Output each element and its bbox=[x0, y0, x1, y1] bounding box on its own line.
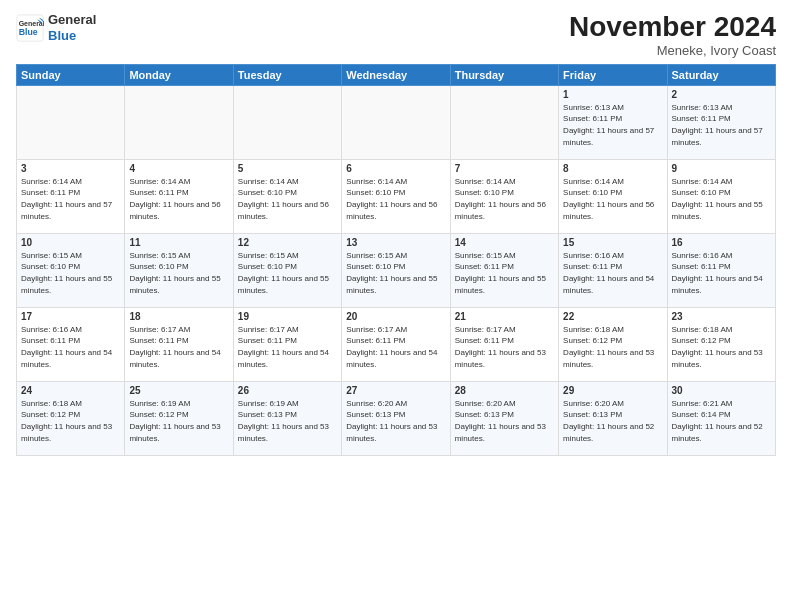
day-info: Sunrise: 6:20 AM Sunset: 6:13 PM Dayligh… bbox=[346, 398, 445, 444]
day-number: 29 bbox=[563, 385, 662, 396]
header-wednesday: Wednesday bbox=[342, 64, 450, 85]
title-block: November 2024 Meneke, Ivory Coast bbox=[569, 12, 776, 58]
calendar-cell bbox=[342, 85, 450, 159]
day-info: Sunrise: 6:14 AM Sunset: 6:10 PM Dayligh… bbox=[672, 176, 771, 222]
day-number: 19 bbox=[238, 311, 337, 322]
header-row: Sunday Monday Tuesday Wednesday Thursday… bbox=[17, 64, 776, 85]
day-info: Sunrise: 6:17 AM Sunset: 6:11 PM Dayligh… bbox=[346, 324, 445, 370]
calendar-cell: 4Sunrise: 6:14 AM Sunset: 6:11 PM Daylig… bbox=[125, 159, 233, 233]
calendar-cell: 1Sunrise: 6:13 AM Sunset: 6:11 PM Daylig… bbox=[559, 85, 667, 159]
calendar-week-2: 3Sunrise: 6:14 AM Sunset: 6:11 PM Daylig… bbox=[17, 159, 776, 233]
header-tuesday: Tuesday bbox=[233, 64, 341, 85]
logo-general: General bbox=[48, 12, 96, 28]
day-number: 24 bbox=[21, 385, 120, 396]
logo-icon: General Blue bbox=[16, 14, 44, 42]
day-number: 4 bbox=[129, 163, 228, 174]
day-info: Sunrise: 6:18 AM Sunset: 6:12 PM Dayligh… bbox=[672, 324, 771, 370]
location-subtitle: Meneke, Ivory Coast bbox=[569, 43, 776, 58]
calendar-cell: 17Sunrise: 6:16 AM Sunset: 6:11 PM Dayli… bbox=[17, 307, 125, 381]
svg-text:Blue: Blue bbox=[19, 27, 38, 37]
calendar-cell: 11Sunrise: 6:15 AM Sunset: 6:10 PM Dayli… bbox=[125, 233, 233, 307]
calendar-cell: 19Sunrise: 6:17 AM Sunset: 6:11 PM Dayli… bbox=[233, 307, 341, 381]
calendar-cell: 30Sunrise: 6:21 AM Sunset: 6:14 PM Dayli… bbox=[667, 381, 775, 455]
day-info: Sunrise: 6:14 AM Sunset: 6:11 PM Dayligh… bbox=[21, 176, 120, 222]
logo-blue: Blue bbox=[48, 28, 96, 44]
calendar-week-1: 1Sunrise: 6:13 AM Sunset: 6:11 PM Daylig… bbox=[17, 85, 776, 159]
calendar-cell: 13Sunrise: 6:15 AM Sunset: 6:10 PM Dayli… bbox=[342, 233, 450, 307]
day-info: Sunrise: 6:15 AM Sunset: 6:10 PM Dayligh… bbox=[238, 250, 337, 296]
day-number: 3 bbox=[21, 163, 120, 174]
day-number: 23 bbox=[672, 311, 771, 322]
calendar-cell: 14Sunrise: 6:15 AM Sunset: 6:11 PM Dayli… bbox=[450, 233, 558, 307]
day-info: Sunrise: 6:16 AM Sunset: 6:11 PM Dayligh… bbox=[21, 324, 120, 370]
calendar-cell: 10Sunrise: 6:15 AM Sunset: 6:10 PM Dayli… bbox=[17, 233, 125, 307]
calendar-week-5: 24Sunrise: 6:18 AM Sunset: 6:12 PM Dayli… bbox=[17, 381, 776, 455]
day-number: 15 bbox=[563, 237, 662, 248]
calendar-cell: 18Sunrise: 6:17 AM Sunset: 6:11 PM Dayli… bbox=[125, 307, 233, 381]
day-info: Sunrise: 6:21 AM Sunset: 6:14 PM Dayligh… bbox=[672, 398, 771, 444]
calendar-cell bbox=[450, 85, 558, 159]
day-number: 17 bbox=[21, 311, 120, 322]
day-info: Sunrise: 6:17 AM Sunset: 6:11 PM Dayligh… bbox=[129, 324, 228, 370]
calendar-cell: 16Sunrise: 6:16 AM Sunset: 6:11 PM Dayli… bbox=[667, 233, 775, 307]
calendar-cell: 7Sunrise: 6:14 AM Sunset: 6:10 PM Daylig… bbox=[450, 159, 558, 233]
day-number: 14 bbox=[455, 237, 554, 248]
calendar-cell: 3Sunrise: 6:14 AM Sunset: 6:11 PM Daylig… bbox=[17, 159, 125, 233]
day-info: Sunrise: 6:16 AM Sunset: 6:11 PM Dayligh… bbox=[563, 250, 662, 296]
day-info: Sunrise: 6:13 AM Sunset: 6:11 PM Dayligh… bbox=[672, 102, 771, 148]
calendar-cell: 20Sunrise: 6:17 AM Sunset: 6:11 PM Dayli… bbox=[342, 307, 450, 381]
calendar-week-3: 10Sunrise: 6:15 AM Sunset: 6:10 PM Dayli… bbox=[17, 233, 776, 307]
page: General Blue General Blue November 2024 … bbox=[0, 0, 792, 612]
day-number: 20 bbox=[346, 311, 445, 322]
day-number: 28 bbox=[455, 385, 554, 396]
day-number: 13 bbox=[346, 237, 445, 248]
calendar-header: Sunday Monday Tuesday Wednesday Thursday… bbox=[17, 64, 776, 85]
calendar-cell: 24Sunrise: 6:18 AM Sunset: 6:12 PM Dayli… bbox=[17, 381, 125, 455]
day-info: Sunrise: 6:14 AM Sunset: 6:11 PM Dayligh… bbox=[129, 176, 228, 222]
day-info: Sunrise: 6:15 AM Sunset: 6:11 PM Dayligh… bbox=[455, 250, 554, 296]
day-info: Sunrise: 6:17 AM Sunset: 6:11 PM Dayligh… bbox=[455, 324, 554, 370]
calendar-cell: 23Sunrise: 6:18 AM Sunset: 6:12 PM Dayli… bbox=[667, 307, 775, 381]
logo: General Blue General Blue bbox=[16, 12, 96, 43]
calendar-cell: 28Sunrise: 6:20 AM Sunset: 6:13 PM Dayli… bbox=[450, 381, 558, 455]
day-number: 1 bbox=[563, 89, 662, 100]
calendar-cell: 22Sunrise: 6:18 AM Sunset: 6:12 PM Dayli… bbox=[559, 307, 667, 381]
day-number: 8 bbox=[563, 163, 662, 174]
day-info: Sunrise: 6:13 AM Sunset: 6:11 PM Dayligh… bbox=[563, 102, 662, 148]
calendar-cell: 15Sunrise: 6:16 AM Sunset: 6:11 PM Dayli… bbox=[559, 233, 667, 307]
header-thursday: Thursday bbox=[450, 64, 558, 85]
day-number: 7 bbox=[455, 163, 554, 174]
day-info: Sunrise: 6:14 AM Sunset: 6:10 PM Dayligh… bbox=[238, 176, 337, 222]
day-info: Sunrise: 6:20 AM Sunset: 6:13 PM Dayligh… bbox=[563, 398, 662, 444]
header-sunday: Sunday bbox=[17, 64, 125, 85]
day-number: 18 bbox=[129, 311, 228, 322]
calendar-cell: 26Sunrise: 6:19 AM Sunset: 6:13 PM Dayli… bbox=[233, 381, 341, 455]
header-monday: Monday bbox=[125, 64, 233, 85]
day-info: Sunrise: 6:17 AM Sunset: 6:11 PM Dayligh… bbox=[238, 324, 337, 370]
day-number: 6 bbox=[346, 163, 445, 174]
day-number: 22 bbox=[563, 311, 662, 322]
day-info: Sunrise: 6:20 AM Sunset: 6:13 PM Dayligh… bbox=[455, 398, 554, 444]
calendar-cell: 25Sunrise: 6:19 AM Sunset: 6:12 PM Dayli… bbox=[125, 381, 233, 455]
day-info: Sunrise: 6:18 AM Sunset: 6:12 PM Dayligh… bbox=[563, 324, 662, 370]
header: General Blue General Blue November 2024 … bbox=[16, 12, 776, 58]
day-number: 16 bbox=[672, 237, 771, 248]
calendar-cell: 29Sunrise: 6:20 AM Sunset: 6:13 PM Dayli… bbox=[559, 381, 667, 455]
day-info: Sunrise: 6:19 AM Sunset: 6:12 PM Dayligh… bbox=[129, 398, 228, 444]
day-number: 9 bbox=[672, 163, 771, 174]
calendar-cell bbox=[125, 85, 233, 159]
day-info: Sunrise: 6:16 AM Sunset: 6:11 PM Dayligh… bbox=[672, 250, 771, 296]
day-info: Sunrise: 6:14 AM Sunset: 6:10 PM Dayligh… bbox=[346, 176, 445, 222]
header-saturday: Saturday bbox=[667, 64, 775, 85]
calendar-table: Sunday Monday Tuesday Wednesday Thursday… bbox=[16, 64, 776, 456]
calendar-cell: 12Sunrise: 6:15 AM Sunset: 6:10 PM Dayli… bbox=[233, 233, 341, 307]
day-number: 30 bbox=[672, 385, 771, 396]
day-number: 5 bbox=[238, 163, 337, 174]
calendar-cell bbox=[17, 85, 125, 159]
day-info: Sunrise: 6:15 AM Sunset: 6:10 PM Dayligh… bbox=[21, 250, 120, 296]
day-info: Sunrise: 6:18 AM Sunset: 6:12 PM Dayligh… bbox=[21, 398, 120, 444]
calendar-body: 1Sunrise: 6:13 AM Sunset: 6:11 PM Daylig… bbox=[17, 85, 776, 455]
day-number: 27 bbox=[346, 385, 445, 396]
day-info: Sunrise: 6:19 AM Sunset: 6:13 PM Dayligh… bbox=[238, 398, 337, 444]
calendar-cell: 8Sunrise: 6:14 AM Sunset: 6:10 PM Daylig… bbox=[559, 159, 667, 233]
